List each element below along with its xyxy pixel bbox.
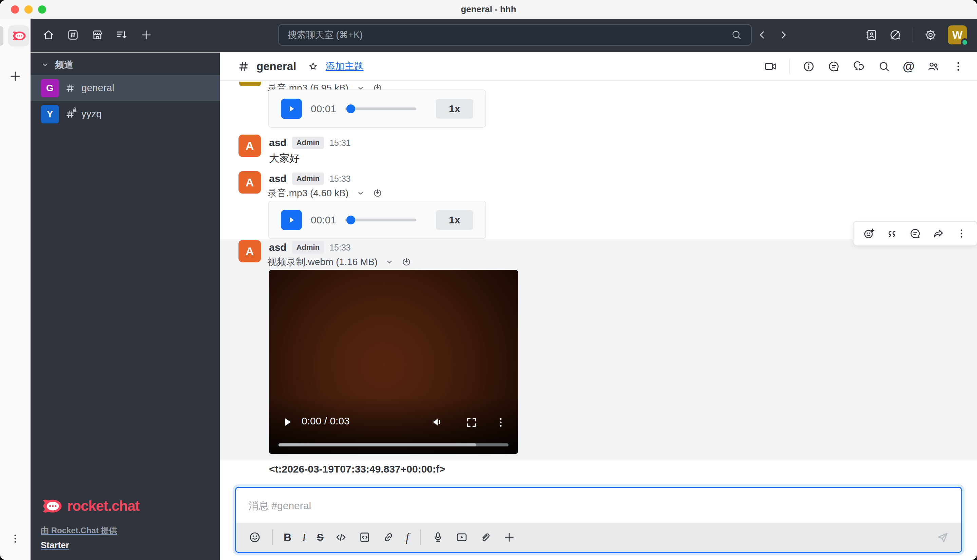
playback-rate-button[interactable]: 1x	[436, 210, 473, 230]
workspace-server-button[interactable]	[8, 25, 29, 47]
message-timestamp: 15:31	[329, 138, 351, 148]
video-player[interactable]: 0:00 / 0:03	[269, 270, 518, 454]
rocketchat-logo-icon	[41, 497, 62, 516]
user-avatar[interactable]: W	[948, 25, 967, 44]
video-menu-icon[interactable]	[494, 416, 507, 429]
download-icon[interactable]	[401, 257, 411, 267]
inline-code-button[interactable]	[334, 531, 347, 544]
directory-contacts-button[interactable]	[865, 28, 878, 42]
download-icon[interactable]	[372, 188, 382, 198]
discussions-button[interactable]	[852, 60, 865, 73]
audio-seek-slider[interactable]	[345, 107, 416, 110]
toolbar-divider	[420, 530, 421, 545]
slider-thumb[interactable]	[346, 104, 355, 113]
lock-icon	[72, 107, 78, 113]
video-buffered-bar	[279, 443, 476, 447]
video-call-button[interactable]	[763, 60, 777, 73]
video-progress-bar[interactable]	[279, 443, 509, 447]
mentions-button[interactable]: @	[903, 60, 915, 73]
admin-settings-button[interactable]	[924, 28, 937, 42]
channel-directory-button[interactable]	[67, 28, 79, 42]
kebab-menu-button[interactable]	[952, 60, 965, 73]
favorite-star-button[interactable]	[308, 61, 319, 72]
attachment-file-name: 视频录制.webm (1.16 MB)	[267, 256, 377, 268]
add-topic-link[interactable]: 添加主题	[325, 60, 363, 73]
sidebar-item-yyzq[interactable]: Y yyzq	[30, 101, 220, 127]
audio-seek-slider[interactable]	[345, 218, 416, 222]
chat-header: general 添加主题 @	[220, 53, 977, 81]
do-not-disturb-button[interactable]	[889, 28, 902, 42]
strip-menu-button[interactable]	[9, 533, 22, 545]
message-username[interactable]: asd	[269, 242, 287, 253]
audio-play-button[interactable]	[281, 210, 302, 230]
code-block-button[interactable]	[358, 531, 371, 544]
home-button[interactable]	[42, 28, 55, 42]
sidebar-footer: rocket.chat 由 Rocket.Chat 提供 Starter	[41, 497, 139, 550]
forward-message-button[interactable]	[932, 227, 944, 240]
katex-button[interactable]: f	[406, 530, 409, 544]
avatar[interactable]: A	[239, 171, 261, 193]
history-forward-button[interactable]	[778, 29, 789, 41]
channel-info-button[interactable]	[802, 60, 815, 73]
link-button[interactable]	[382, 531, 395, 544]
strikethrough-button[interactable]: S	[317, 532, 324, 543]
channel-avatar: Y	[41, 105, 59, 123]
sort-button[interactable]	[115, 28, 128, 42]
playback-rate-button[interactable]: 1x	[436, 99, 473, 118]
video-play-button[interactable]	[281, 415, 294, 429]
quote-button[interactable]	[886, 227, 898, 240]
more-actions-button[interactable]	[955, 227, 967, 240]
sidebar-item-general[interactable]: G general	[30, 75, 220, 101]
reply-in-thread-button[interactable]	[909, 227, 921, 240]
admin-role-badge: Admin	[292, 137, 324, 149]
header-divider	[789, 59, 790, 74]
attachment-title-row: 录音.mp3 (4.60 kB)	[267, 187, 382, 200]
volume-icon[interactable]	[431, 415, 444, 429]
audio-play-button[interactable]	[281, 98, 302, 119]
avatar[interactable]: A	[239, 240, 261, 262]
collapse-section-icon	[41, 60, 50, 69]
topbar: 搜索聊天室 (⌘+K) W	[30, 18, 977, 52]
message-actions-toolbar	[853, 221, 977, 246]
composer-plus-button[interactable]	[503, 531, 516, 544]
topbar-divider	[912, 27, 913, 42]
bold-button[interactable]: B	[284, 531, 291, 544]
chevron-down-icon[interactable]	[356, 189, 365, 198]
send-message-button[interactable]	[936, 531, 950, 544]
attachment-title-row: 视频录制.webm (1.16 MB)	[267, 256, 411, 268]
create-new-button[interactable]	[140, 28, 153, 42]
avatar[interactable]: A	[239, 135, 261, 157]
history-back-button[interactable]	[757, 29, 768, 41]
channels-section-header[interactable]: 频道	[41, 58, 73, 71]
powered-by-link[interactable]: 由 Rocket.Chat 提供	[41, 525, 139, 536]
avatar-initial: A	[246, 176, 254, 189]
italic-button[interactable]: I	[302, 531, 306, 544]
chat-main: general 添加主题 @ 录音.mp3 (6.95 kB)	[220, 53, 977, 560]
sidebar: 频道 G general Y yyzq rocket.chat 由 R	[30, 53, 220, 560]
slider-thumb[interactable]	[346, 216, 355, 224]
marketplace-button[interactable]	[91, 28, 104, 42]
search-placeholder: 搜索聊天室 (⌘+K)	[288, 29, 731, 41]
add-reaction-button[interactable]	[863, 227, 875, 240]
window-title: general - hhh	[0, 0, 977, 18]
message-input[interactable]: 消息 #general	[236, 488, 961, 524]
rocketchat-wordmark: rocket.chat	[67, 498, 139, 514]
fullscreen-icon[interactable]	[465, 416, 478, 429]
audio-message-button[interactable]	[431, 531, 444, 544]
plan-link[interactable]: Starter	[41, 540, 139, 550]
search-messages-button[interactable]	[878, 60, 890, 73]
search-icon	[731, 29, 742, 41]
emoji-button[interactable]	[248, 531, 261, 544]
chat-title: general	[256, 60, 296, 73]
members-button[interactable]	[927, 60, 940, 73]
avatar-initial: A	[246, 139, 254, 153]
add-server-button[interactable]	[8, 70, 22, 83]
message-username[interactable]: asd	[269, 173, 287, 184]
threads-button[interactable]	[827, 60, 840, 73]
attach-file-button[interactable]	[479, 531, 492, 544]
video-message-button[interactable]	[455, 531, 468, 544]
video-time: 0:00 / 0:03	[302, 415, 350, 427]
chevron-down-icon[interactable]	[385, 258, 394, 267]
message-username[interactable]: asd	[269, 137, 287, 148]
search-input[interactable]: 搜索聊天室 (⌘+K)	[278, 24, 752, 46]
